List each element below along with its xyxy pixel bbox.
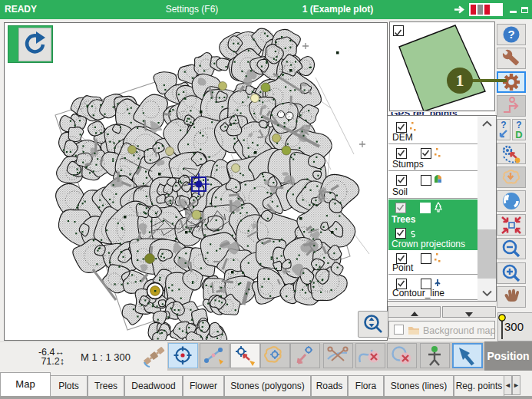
- svg-text:?: ?: [501, 120, 506, 130]
- svg-text:?: ?: [507, 28, 514, 41]
- svg-text:D: D: [515, 129, 522, 140]
